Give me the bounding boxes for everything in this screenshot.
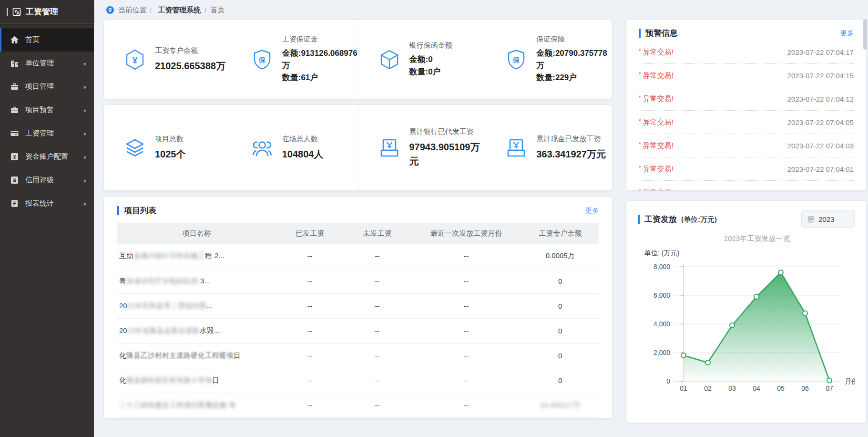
stat-value: 金额:20790.375778万	[536, 47, 612, 72]
project-name-cell: 青海省水利厅水电站站房-3...	[117, 269, 276, 293]
paid-wage-cell: --	[276, 343, 343, 368]
chevron-down-icon: ▼	[82, 176, 87, 184]
svg-text:保: 保	[512, 55, 520, 63]
redacted-text: 海省水利厅水电站站房-	[126, 277, 200, 285]
svg-text:01: 01	[680, 385, 687, 392]
alert-text: *异常交易!	[639, 71, 674, 80]
logo-divider	[7, 8, 8, 16]
chart-title: 工资发放 (单位:万元)	[638, 215, 717, 224]
column-header: 未发工资	[344, 223, 411, 244]
shield-bao-icon: 保	[251, 49, 273, 71]
svg-text:4,000: 4,000	[654, 320, 670, 328]
paid-wage-cell: --	[276, 244, 343, 269]
alerts-more-link[interactable]: 更多	[840, 29, 854, 38]
alert-text: *异常交易!	[639, 118, 674, 127]
chevron-down-icon: ▼	[82, 59, 87, 67]
alert-item[interactable]: *异常交易! 2023-07-22 07:04:01	[639, 157, 854, 181]
paid-wage-cell: --	[276, 293, 343, 318]
stat-card: 在场总人数104804人	[231, 105, 358, 190]
salary-chart-panel: 工资发放 (单位:万元) 2023	[626, 201, 866, 423]
chevron-down-icon: ▼	[82, 83, 87, 91]
asterisk-icon: *	[639, 48, 641, 54]
sidebar-item-label: 工资管理	[25, 129, 82, 138]
breadcrumb-current[interactable]: 首页	[210, 6, 225, 15]
briefcase-icon	[10, 105, 19, 114]
chevron-down-icon: ▼	[82, 199, 87, 208]
sidebar-item-4[interactable]: 工资管理 ▼	[0, 122, 94, 145]
table-row: 化隆县群科新区府东路小学项目 -- -- -- 0	[117, 368, 599, 393]
stat-label: 项目总数	[155, 135, 186, 144]
stat-value: 金额:0	[409, 53, 452, 66]
column-header: 项目名称	[117, 223, 276, 244]
alert-item[interactable]: *异常交易! 2023-07-22 07:04:12	[639, 87, 854, 111]
projects-panel: 项目列表 更多 项目名称已发工资未发工资最近一次发放工资月份工资专户余额 互助县…	[104, 197, 612, 418]
svg-text:月份: 月份	[845, 377, 855, 385]
alert-timestamp: 2023-07-22 07:04:17	[787, 48, 854, 56]
layers-icon	[124, 137, 146, 159]
projects-title: 项目列表	[117, 206, 156, 215]
yen-square-icon: ¥	[10, 176, 19, 185]
account-balance-cell: 0.0005万	[521, 244, 599, 269]
account-balance-cell: 10.433117万	[521, 393, 599, 417]
svg-text:03: 03	[728, 385, 736, 392]
svg-text:单位: (万元): 单位: (万元)	[644, 249, 679, 257]
stat-card: 累计银行已代发工资97943.905109万元	[358, 105, 485, 190]
project-name-cell: 化隆县乙沙村村主道路硬化工程暖项目	[117, 343, 276, 368]
last-pay-month-cell: --	[411, 269, 521, 293]
asterisk-icon: *	[639, 165, 641, 171]
sidebar-item-7[interactable]: 报表统计 ▼	[0, 192, 94, 215]
alert-item[interactable]: *异常交易! 2023-07-22 07:04:15	[639, 64, 854, 87]
project-name-cell: 化隆县群科新区府东路小学项目	[117, 368, 276, 393]
table-row: 二十三标段建设工程项目附属设施-等 -- -- -- 10.433117万	[117, 393, 599, 417]
alert-item[interactable]: *异常交易! 2023-07-22 07:04:17	[639, 41, 854, 64]
scrollbar-thumb[interactable]	[863, 19, 867, 50]
last-pay-month-cell: --	[411, 393, 521, 417]
people-icon	[251, 137, 273, 159]
svg-text:¥: ¥	[13, 154, 16, 160]
sidebar-item-home[interactable]: 首页	[0, 28, 94, 52]
sidebar-item-6[interactable]: ¥ 信用评级 ▼	[0, 168, 94, 192]
stat-label: 在场总人数	[282, 135, 324, 144]
sidebar-item-2[interactable]: 项目管理 ▼	[0, 75, 94, 98]
shield-bao-icon: 保	[505, 49, 527, 71]
sidebar-item-1[interactable]: 单位管理 ▼	[0, 52, 94, 75]
table-row: 互助县塘川镇什字村实施工程-2... -- -- -- 0.0005万	[117, 244, 599, 269]
sidebar-item-label: 项目管理	[25, 82, 82, 91]
projects-more-link[interactable]: 更多	[585, 207, 599, 215]
paid-wage-cell: --	[276, 368, 343, 393]
breadcrumb-separator: /	[204, 6, 206, 14]
svg-text:0: 0	[666, 377, 670, 385]
sidebar-item-label: 首页	[25, 35, 87, 44]
stat-label: 银行保函金额	[409, 41, 452, 50]
breadcrumb-root[interactable]: 工资管理系统	[158, 6, 201, 15]
svg-text:8,000: 8,000	[654, 263, 670, 271]
table-row: 2021年民和县李二堡镇河西... -- -- -- 0	[117, 293, 599, 318]
calendar-icon	[807, 216, 815, 223]
year-picker[interactable]: 2023	[801, 210, 855, 228]
svg-text:02: 02	[704, 385, 712, 392]
building-icon	[10, 59, 19, 68]
last-pay-month-cell: --	[411, 293, 521, 318]
stats-row-1: ¥ 工资专户余额21025.665388万保 工资保证金金额:913126.06…	[104, 20, 612, 99]
home-icon	[10, 35, 19, 44]
last-pay-month-cell: --	[411, 368, 521, 393]
svg-text:¥: ¥	[133, 55, 138, 65]
account-balance-cell: 0	[521, 318, 599, 343]
asterisk-icon: *	[639, 94, 641, 101]
project-name-cell: 2021年民和县李二堡镇河西...	[117, 293, 276, 318]
alert-item[interactable]: *异常交易! 2023-07-22 07:04:05	[639, 111, 854, 134]
sidebar-item-3[interactable]: 项目预警 ▼	[0, 98, 94, 122]
svg-text:07: 07	[826, 385, 833, 392]
alert-item[interactable]: *异常交易! 2023-07-22 07:04:03	[639, 134, 854, 157]
scrollbar	[863, 19, 867, 434]
yen-square-icon: ¥	[10, 152, 19, 161]
project-name-cell: 2022年化隆县金源乡道路水毁...	[117, 318, 276, 343]
alerts-list: *异常交易! 2023-07-22 07:04:17*异常交易! 2023-07…	[639, 41, 854, 190]
alert-text: *异常交易!	[639, 165, 674, 174]
breadcrumb-prefix: 当前位置：	[118, 6, 154, 15]
alert-item[interactable]: *异常交易! 2023-07-22 07:03:50	[639, 181, 854, 190]
sidebar-item-label: 报表统计	[25, 199, 82, 208]
sidebar-item-5[interactable]: ¥ 资金账户配置 ▼	[0, 145, 94, 168]
asterisk-icon: *	[639, 71, 641, 78]
redacted-text: 隆县群科新区府东路小学项	[126, 376, 212, 384]
